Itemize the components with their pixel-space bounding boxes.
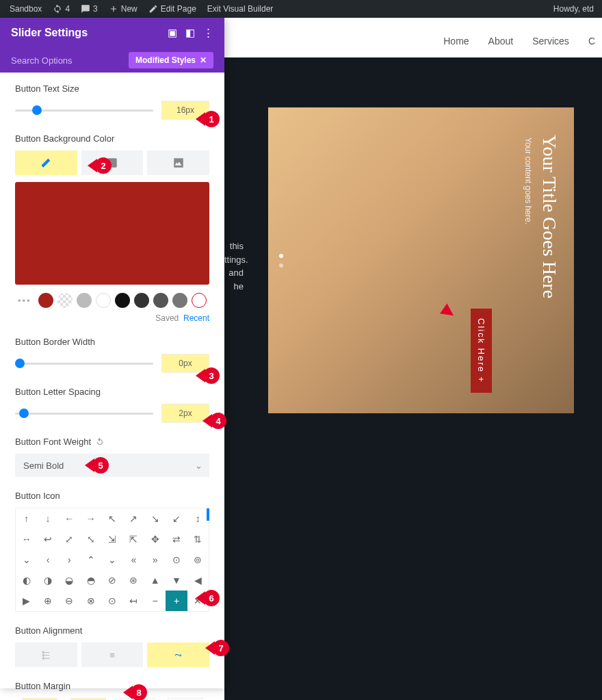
icon-chev-dd[interactable]: ⌄: [101, 549, 122, 570]
icon-chev-left[interactable]: ‹: [37, 549, 58, 570]
saved-colors-link[interactable]: Saved: [155, 313, 179, 323]
slide-subtitle: Your content goes here.: [523, 138, 533, 224]
icon-cd[interactable]: ⊖: [59, 591, 80, 611]
icon-move[interactable]: ✥: [144, 529, 166, 549]
swatch-dark3[interactable]: [172, 293, 187, 308]
icon-tri-down[interactable]: ▼: [166, 570, 187, 591]
icon-cl[interactable]: ⊗: [80, 591, 101, 611]
panel-title: Slider Settings: [11, 27, 168, 39]
icon-tri-right[interactable]: ▶: [16, 591, 37, 611]
modified-styles-badge[interactable]: Modified Styles✕: [129, 52, 213, 68]
icon-c5[interactable]: ⊘: [101, 570, 122, 591]
icon-dleft[interactable]: «: [123, 549, 144, 570]
close-icon[interactable]: ✕: [200, 55, 207, 65]
expand-icon[interactable]: ▣: [168, 27, 177, 39]
nav-home[interactable]: Home: [443, 36, 469, 47]
icon-arrow-up[interactable]: ↑: [16, 508, 37, 529]
slide-button[interactable]: Click Here +: [471, 309, 492, 393]
icon-arrow-down[interactable]: ↓: [37, 508, 58, 529]
icon-chev-down[interactable]: ⌄: [16, 549, 37, 570]
color-preview[interactable]: [15, 182, 209, 285]
icon-updown[interactable]: ↕: [187, 508, 209, 529]
image-icon: [172, 157, 185, 169]
swatch-black[interactable]: [115, 293, 130, 308]
recent-colors-link[interactable]: Recent: [183, 313, 209, 323]
icon-tri-left[interactable]: ◀: [187, 570, 209, 591]
icon-tri-up[interactable]: ▲: [144, 570, 166, 591]
icon-c6[interactable]: ⊛: [123, 570, 144, 591]
icon-leftright[interactable]: ↔: [16, 529, 37, 549]
icon-expand2[interactable]: ⤡: [80, 529, 101, 549]
text-size-slider[interactable]: [15, 109, 153, 112]
icon-circ-up[interactable]: ⊙: [166, 549, 187, 570]
tablet-icon[interactable]: ◧: [185, 27, 195, 39]
icon-plus-selected[interactable]: +: [166, 591, 187, 611]
bg-color-label: Button Background Color: [15, 133, 209, 144]
icon-arrow-left[interactable]: ←: [59, 508, 80, 529]
reset-icon[interactable]: [95, 437, 105, 447]
icon-circ-down[interactable]: ⊚: [187, 549, 209, 570]
icon-v[interactable]: ⇅: [187, 529, 209, 549]
new-link[interactable]: New: [105, 4, 142, 14]
nav-services[interactable]: Services: [532, 36, 569, 47]
callout-3: 3: [196, 367, 220, 384]
icon-minus[interactable]: −: [144, 591, 166, 611]
swatch-red[interactable]: [38, 293, 53, 308]
icon-return[interactable]: ↩: [37, 529, 58, 549]
icon-c2[interactable]: ◑: [37, 570, 58, 591]
icon-dright[interactable]: »: [144, 549, 166, 570]
align-center[interactable]: ≡: [81, 643, 144, 667]
site-name[interactable]: Sandbox: [5, 4, 46, 14]
comments-link[interactable]: 3: [77, 4, 102, 14]
slide-pagination[interactable]: [279, 254, 283, 268]
font-weight-select[interactable]: Semi Bold: [15, 454, 209, 477]
icon-chev-up[interactable]: ⌃: [80, 549, 101, 570]
icon-c4[interactable]: ◓: [80, 570, 101, 591]
more-swatches-icon[interactable]: •••: [15, 296, 34, 306]
icon-cu[interactable]: ⊕: [37, 591, 58, 611]
callout-7: 7: [205, 640, 229, 656]
swatch-row: •••: [15, 293, 209, 308]
nav-c[interactable]: C: [588, 36, 595, 47]
icon-arrow-downright[interactable]: ↘: [144, 508, 166, 529]
settings-panel: Slider Settings ▣ ◧ ⋮ Search Options Mod…: [0, 18, 224, 688]
icon-arrow-right[interactable]: →: [80, 508, 101, 529]
icon-arrow-upleft[interactable]: ↖: [101, 508, 122, 529]
icon-chev-right[interactable]: ›: [59, 549, 80, 570]
callout-1: 1: [196, 111, 220, 127]
icon-c3[interactable]: ◒: [59, 570, 80, 591]
font-weight-label: Button Font Weight: [15, 437, 209, 447]
swatch-white[interactable]: [96, 293, 111, 308]
icon-cr[interactable]: ⊙: [101, 591, 122, 611]
greeting[interactable]: Howdy, etd: [553, 4, 597, 14]
search-options[interactable]: Search Options: [11, 55, 129, 66]
button-icon-label: Button Icon: [15, 491, 209, 501]
border-width-slider[interactable]: [15, 363, 153, 365]
kebab-icon[interactable]: ⋮: [203, 27, 213, 39]
icon-arrow-upright[interactable]: ↗: [123, 508, 144, 529]
updates-link[interactable]: 4: [49, 4, 74, 14]
icon-picker[interactable]: ↑↓←→↖↗↘↙↕ ↔↩⤢⤡⇲⇱✥⇄⇅ ⌄‹›⌃⌄«»⊙⊚ ◐◑◒◓⊘⊛▲▼◀ …: [15, 508, 209, 612]
icon-back[interactable]: ↤: [123, 591, 144, 611]
edit-page-link[interactable]: Edit Page: [144, 4, 200, 14]
icon-expand1[interactable]: ⤢: [59, 529, 80, 549]
swatch-none[interactable]: [192, 293, 207, 308]
color-tab-image[interactable]: [147, 151, 209, 175]
swatch-dark2[interactable]: [153, 293, 168, 308]
callout-4: 4: [202, 413, 226, 429]
exit-builder-link[interactable]: Exit Visual Builder: [203, 4, 278, 14]
icon-c1[interactable]: ◐: [16, 570, 37, 591]
letter-spacing-slider[interactable]: [15, 413, 153, 415]
nav-about[interactable]: About: [488, 36, 514, 47]
letter-spacing-label: Button Letter Spacing: [15, 387, 209, 397]
icon-arrow-downleft[interactable]: ↙: [166, 508, 187, 529]
color-tab-solid[interactable]: [15, 151, 77, 175]
swatch-dark1[interactable]: [134, 293, 149, 308]
icon-collapse[interactable]: ⇲: [101, 529, 122, 549]
icon-h[interactable]: ⇄: [166, 529, 187, 549]
swatch-transparent[interactable]: [57, 293, 73, 308]
icon-out[interactable]: ⇱: [123, 529, 144, 549]
align-left[interactable]: ⬱: [15, 643, 77, 667]
align-right[interactable]: ⤳: [147, 643, 209, 667]
swatch-grey[interactable]: [77, 293, 92, 308]
